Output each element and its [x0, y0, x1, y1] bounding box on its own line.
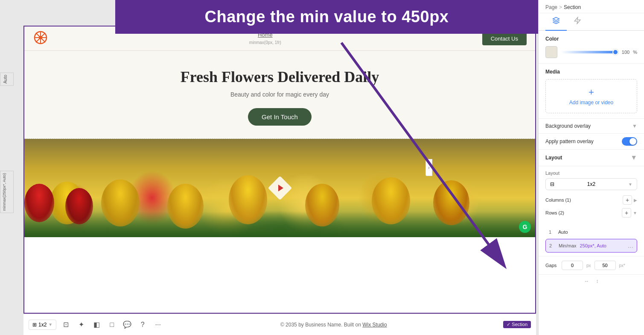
- gaps-label: Gaps: [545, 263, 558, 268]
- svg-point-1: [39, 36, 42, 39]
- row-item-1[interactable]: 1 Auto: [545, 227, 637, 237]
- row-chevron-icon[interactable]: ▼: [633, 211, 637, 215]
- hero-subtitle: Beauty and color for magic every day: [33, 91, 527, 98]
- columns-label: Columns (1): [545, 197, 571, 203]
- apply-pattern-label: Apply pattern overlay: [545, 138, 594, 144]
- dropdown-icon: ▼: [48, 322, 52, 327]
- apply-pattern-row: Apply pattern overlay: [539, 134, 644, 150]
- more-toolbar-icon[interactable]: ···: [152, 319, 164, 331]
- logo: [33, 30, 48, 47]
- hero-cta-button[interactable]: Get In Touch: [248, 108, 312, 126]
- rows-label: Rows (2): [545, 210, 564, 215]
- frame-toolbar-icon[interactable]: □: [106, 319, 118, 331]
- row2-number: 2: [549, 243, 555, 248]
- columns-controls: + ▶: [623, 195, 637, 205]
- instruction-banner: Change the min value to 450px: [115, 0, 538, 34]
- app-container: Auto minmax(250px*, Auto) ›: [0, 0, 644, 335]
- wix-studio-link[interactable]: Wix Studio: [362, 322, 387, 328]
- gap1-input[interactable]: [562, 261, 583, 270]
- add-media-label: Add image or video: [569, 100, 613, 106]
- color-section-title: Color: [545, 36, 637, 42]
- panel-tabs: [539, 13, 644, 31]
- scroll-arrows: ↔ ↕: [539, 274, 644, 288]
- layout-chevron-icon[interactable]: ▼: [630, 154, 637, 162]
- row-item-2[interactable]: 2 Min/max 250px*, Auto ...: [545, 239, 637, 253]
- row1-value: Auto: [558, 229, 634, 235]
- instruction-text: Change the min value to 450px: [128, 8, 525, 26]
- select-chevron-icon: ▼: [628, 182, 632, 187]
- add-row-button[interactable]: +: [622, 208, 631, 217]
- columns-row: Columns (1) + ▶: [545, 195, 637, 205]
- row2-value: 250px*, Auto: [580, 243, 624, 248]
- layout-section-header: Layout ▼: [539, 150, 644, 166]
- tab-lightning[interactable]: [567, 13, 588, 31]
- tab-design[interactable]: [545, 13, 567, 31]
- plus-icon: +: [589, 87, 594, 98]
- panel-toggle-arrow[interactable]: ›: [425, 159, 432, 176]
- color-slider[interactable]: [561, 51, 618, 53]
- rows-row: Rows (2) + ▼: [545, 208, 637, 217]
- breadcrumb-section: Section: [564, 4, 581, 10]
- right-panel: Page > Section Color: [538, 0, 644, 335]
- nav-minmax: minmax(0px, 1fr): [249, 40, 281, 45]
- website-preview: Home minmax(0px, 1fr) Contact Us Fresh F…: [23, 26, 536, 314]
- background-overlay-row[interactable]: Background overlay ▼: [539, 119, 644, 134]
- media-section-title: Media: [545, 69, 637, 75]
- section-badge[interactable]: ✓ Section: [503, 321, 531, 328]
- color-percent-value: 100: [622, 50, 629, 55]
- layout-sub-label: Layout: [545, 170, 637, 176]
- side-label-minmax: minmax(250px*, Auto): [0, 171, 14, 213]
- star-toolbar-icon[interactable]: ✦: [75, 319, 87, 331]
- gaps-row: Gaps px px*: [539, 256, 644, 274]
- grid-select-icon: ⊟: [550, 181, 554, 187]
- rows-controls: + ▼: [622, 208, 637, 217]
- row-items: 1 Auto 2 Min/max 250px*, Auto ...: [539, 225, 644, 256]
- layout-select-value: 1x2: [587, 181, 595, 187]
- pattern-toggle[interactable]: [622, 137, 637, 146]
- bottom-toolbar: ⊞ 1x2 ▼ ⊡ ✦ ◧ □ 💬 ? ··· © 2035 by Busine…: [23, 314, 536, 335]
- toggle-knob: [629, 138, 636, 145]
- chevron-right-icon: ›: [428, 165, 429, 170]
- breadcrumb-page[interactable]: Page: [545, 4, 557, 10]
- flower-section: G: [24, 139, 535, 237]
- chat-toolbar-icon[interactable]: 💬: [121, 319, 133, 331]
- grammarly-icon: G: [519, 221, 531, 233]
- layout-label: 1x2: [38, 322, 47, 328]
- gap2-unit: px*: [619, 263, 625, 268]
- grid-icon: ⊞: [32, 322, 37, 328]
- layout-select[interactable]: ⊟ 1x2 ▼: [545, 178, 637, 190]
- layout-button[interactable]: ⊞ 1x2 ▼: [29, 320, 56, 330]
- hero-section: Fresh Flowers Delivered Daily Beauty and…: [24, 51, 535, 139]
- breadcrumb: Page > Section: [539, 0, 644, 13]
- background-overlay-label: Background overlay: [545, 123, 591, 129]
- grid-toolbar-icon[interactable]: ⊡: [60, 319, 72, 331]
- side-label-auto: Auto: [0, 73, 14, 86]
- layout-section-title: Layout: [545, 155, 562, 161]
- layout-content: Layout ⊟ 1x2 ▼ Columns (1) + ▶ Rows (2) …: [539, 166, 644, 225]
- column-chevron-icon[interactable]: ▶: [634, 198, 637, 203]
- contact-button[interactable]: Contact Us: [482, 32, 527, 45]
- color-swatch[interactable]: [545, 46, 557, 58]
- canvas-area: Auto minmax(250px*, Auto) ›: [0, 0, 538, 335]
- hero-title: Fresh Flowers Delivered Daily: [33, 68, 527, 86]
- footer-text: © 2035 by Business Name. Built on Wix St…: [167, 322, 500, 328]
- color-percent-symbol: %: [633, 50, 637, 55]
- gap2-input[interactable]: [594, 261, 616, 270]
- color-dot: [612, 49, 618, 55]
- help-toolbar-icon[interactable]: ?: [137, 319, 149, 331]
- gap1-unit: px: [586, 263, 591, 268]
- color-row: 100 %: [545, 46, 637, 58]
- play-icon: [278, 185, 283, 191]
- media-section: Media + Add image or video: [539, 64, 644, 119]
- row2-label: Min/max: [559, 243, 577, 248]
- row2-more-icon[interactable]: ...: [628, 242, 633, 250]
- layers-toolbar-icon[interactable]: ◧: [90, 319, 102, 331]
- breadcrumb-separator: >: [559, 4, 562, 10]
- add-column-button[interactable]: +: [623, 195, 632, 205]
- add-media-button[interactable]: + Add image or video: [545, 79, 637, 113]
- row1-number: 1: [549, 229, 555, 235]
- color-section: Color 100 %: [539, 31, 644, 64]
- svg-marker-4: [574, 18, 580, 24]
- overlay-chevron-icon[interactable]: ▼: [632, 123, 637, 129]
